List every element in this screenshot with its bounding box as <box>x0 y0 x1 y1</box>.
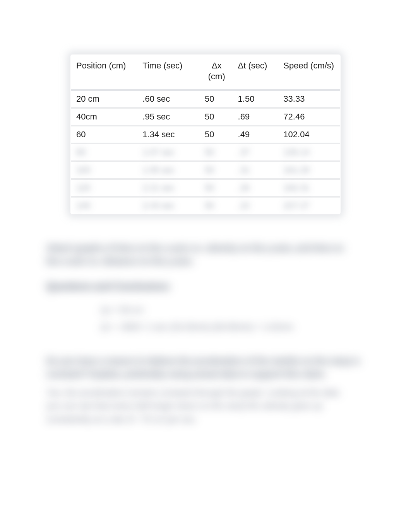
data-table-container: Position (cm) Time (sec) Δx (cm) Δt (sec… <box>70 54 341 215</box>
cell-dx: 50 <box>199 90 233 108</box>
cell-speed: 102.04 <box>278 126 340 143</box>
cell-dt: .49 <box>233 126 278 143</box>
col-header-position: Position (cm) <box>71 55 137 90</box>
table-row: 1202.21 sec50.26192.31 <box>71 179 340 197</box>
cell-dt: .37 <box>233 143 278 161</box>
cell-dx: 50 <box>199 197 233 214</box>
table-row: 601.34 sec50.49102.04 <box>71 126 340 143</box>
cell-dx: 50 <box>199 108 233 126</box>
cell-time: .60 sec <box>137 90 199 108</box>
cell-dx: 50 <box>199 126 233 143</box>
col-header-speed: Speed (cm/s) <box>278 55 340 90</box>
table-row: 801.67 sec50.37135.14 <box>71 143 340 161</box>
cell-dx: 50 <box>199 161 233 179</box>
cell-dt: 1.50 <box>233 90 278 108</box>
cell-speed: 72.46 <box>278 108 340 126</box>
cell-speed: 192.31 <box>278 179 340 197</box>
cell-speed: 135.14 <box>278 143 340 161</box>
cell-dx: 50 <box>199 143 233 161</box>
cell-time: 2.21 sec <box>137 179 199 197</box>
table-row: 40cm.95 sec50.6972.46 <box>71 108 340 126</box>
calc-line-1: Δx = 50 cm <box>46 305 365 315</box>
cell-position: 140 <box>71 197 137 214</box>
cell-speed: 33.33 <box>278 90 340 108</box>
cell-position: 60 <box>71 126 137 143</box>
cell-position: 40cm <box>71 108 137 126</box>
table-row: 1402.43 sec50.22227.27 <box>71 197 340 214</box>
cell-position: 20 cm <box>71 90 137 108</box>
question-paragraph: Do you have a reason to believe the acce… <box>46 355 365 381</box>
cell-position: 100 <box>71 161 137 179</box>
cell-time: 1.67 sec <box>137 143 199 161</box>
cell-position: 80 <box>71 143 137 161</box>
calc-line-2: Δt = .4900 / 1 sec (33.33m/s) (60.90m/s)… <box>46 322 365 332</box>
col-header-time: Time (sec) <box>137 55 199 90</box>
table-header-row: Position (cm) Time (sec) Δx (cm) Δt (sec… <box>71 55 340 90</box>
table-row: 1001.95 sec50.31161.29 <box>71 161 340 179</box>
cell-dt: .22 <box>233 197 278 214</box>
cell-time: 1.34 sec <box>137 126 199 143</box>
cell-speed: 161.29 <box>278 161 340 179</box>
cell-dt: .69 <box>233 108 278 126</box>
col-header-dt: Δt (sec) <box>233 55 278 90</box>
cell-speed: 227.27 <box>278 197 340 214</box>
table-row: 20 cm.60 sec501.5033.33 <box>71 90 340 108</box>
col-header-dx: Δx (cm) <box>199 55 233 90</box>
answer-paragraph: Yes, the acceleration remains constant t… <box>46 386 365 426</box>
graph-instruction: Attach graphs of time on the x-axis vs. … <box>46 242 365 268</box>
data-table: Position (cm) Time (sec) Δx (cm) Δt (sec… <box>71 55 340 214</box>
cell-dt: .26 <box>233 179 278 197</box>
cell-time: .95 sec <box>137 108 199 126</box>
cell-time: 2.43 sec <box>137 197 199 214</box>
cell-position: 120 <box>71 179 137 197</box>
section-heading: Questions and Conclusions <box>46 281 365 292</box>
cell-dt: .31 <box>233 161 278 179</box>
cell-time: 1.95 sec <box>137 161 199 179</box>
cell-dx: 50 <box>199 179 233 197</box>
